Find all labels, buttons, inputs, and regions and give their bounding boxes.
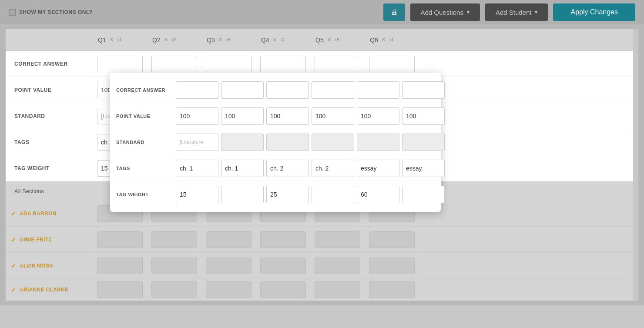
student-row-alvin: ✓ ALVIN MOSS (6, 253, 638, 279)
student-alvin-name[interactable]: ALVIN MOSS (20, 263, 53, 269)
ostd-q6[interactable] (402, 134, 445, 151)
arianne-q3[interactable] (206, 281, 252, 298)
close-icon-q4[interactable]: ✕ (273, 37, 277, 43)
alvin-q2[interactable] (151, 258, 197, 274)
refresh-icon-q6[interactable]: ↺ (389, 37, 394, 43)
scrollbar[interactable] (633, 29, 638, 301)
student-arianne-name[interactable]: ARIANNE CLARKE (20, 287, 68, 293)
arianne-q5[interactable] (315, 281, 360, 298)
aimie-q4[interactable] (260, 231, 306, 248)
refresh-icon-q1[interactable]: ↺ (117, 37, 122, 43)
arianne-q6[interactable] (369, 281, 415, 298)
overlay-standard-cells (173, 134, 447, 151)
otw-q4[interactable] (312, 186, 354, 203)
otag-q4[interactable] (312, 160, 354, 177)
otw-q5[interactable] (357, 186, 399, 203)
aimie-q5[interactable] (315, 231, 360, 248)
print-button[interactable]: 🖨 (383, 3, 405, 21)
otag-q3[interactable] (266, 160, 309, 177)
ostd-q5[interactable] (357, 134, 399, 151)
oca-q2[interactable] (221, 81, 264, 99)
opv-q1[interactable] (176, 107, 218, 125)
col-header-q5: Q5 ✕ ↺ (310, 37, 365, 44)
check-icon-ada: ✓ (11, 210, 16, 217)
oca-q6[interactable] (402, 81, 445, 99)
opv-q4[interactable] (312, 107, 354, 125)
student-ada-name[interactable]: ADA BARRON (20, 211, 57, 217)
arianne-q4[interactable] (260, 281, 306, 298)
oca-q4[interactable] (312, 81, 354, 99)
overlay-standard-row: STANDARD (110, 129, 441, 155)
apply-changes-button[interactable]: Apply Changes (553, 3, 635, 21)
refresh-icon-q5[interactable]: ↺ (335, 37, 339, 43)
otw-q6[interactable] (402, 186, 445, 203)
aimie-q1[interactable] (97, 231, 143, 248)
ca-q2-bg[interactable] (151, 56, 197, 72)
otag-q2[interactable] (221, 160, 264, 177)
close-icon-q1[interactable]: ✕ (110, 37, 114, 43)
alvin-q4[interactable] (260, 258, 306, 274)
ca-q3-bg[interactable] (206, 56, 252, 72)
ca-q4-bg[interactable] (260, 56, 306, 72)
opv-q3[interactable] (266, 107, 309, 125)
alvin-q1[interactable] (97, 258, 143, 274)
opv-q6[interactable] (402, 107, 445, 125)
refresh-icon-q4[interactable]: ↺ (280, 37, 285, 43)
refresh-icon-q2[interactable]: ↺ (171, 37, 176, 43)
opv-q5[interactable] (357, 107, 399, 125)
alvin-q6[interactable] (369, 258, 415, 274)
add-student-label: Add Student (496, 9, 532, 16)
col-label-q3: Q3 (207, 37, 215, 44)
alvin-q5[interactable] (315, 258, 360, 274)
opv-q2[interactable] (221, 107, 264, 125)
ostd-q4[interactable] (312, 134, 354, 151)
ca-q5-bg[interactable] (315, 56, 360, 72)
ostd-q3[interactable] (266, 134, 309, 151)
close-icon-q5[interactable]: ✕ (327, 37, 331, 43)
table-wrapper: Q1 ✕ ↺ Q2 ✕ ↺ Q3 ✕ ↺ Q4 ✕ ↺ Q5 ✕ (5, 29, 639, 301)
ca-q6-bg[interactable] (369, 56, 415, 72)
close-icon-q2[interactable]: ✕ (164, 37, 168, 43)
aimie-q6[interactable] (369, 231, 415, 248)
show-sections-checkbox[interactable] (9, 9, 16, 16)
point-value-label-bg: POINT VALUE (6, 87, 93, 93)
add-student-button[interactable]: Add Student ▾ (485, 3, 548, 21)
student-aimie-name[interactable]: AIMIE FRITZ (20, 237, 52, 243)
overlay-correct-answer-cells (173, 81, 447, 99)
col-label-q4: Q4 (261, 37, 269, 44)
add-questions-button[interactable]: Add Questions ▾ (410, 3, 480, 21)
close-icon-q3[interactable]: ✕ (218, 37, 222, 43)
otw-q2[interactable] (221, 186, 264, 203)
oca-q5[interactable] (357, 81, 399, 99)
ca-q1-bg[interactable] (97, 56, 143, 72)
correct-answer-label-bg: CORRECT ANSWER (6, 61, 93, 67)
col-label-q1: Q1 (98, 37, 106, 44)
arianne-q1[interactable] (97, 281, 143, 298)
check-icon-arianne: ✓ (11, 286, 16, 293)
oca-q1[interactable] (176, 81, 218, 99)
alvin-q3[interactable] (206, 258, 252, 274)
arianne-q2[interactable] (151, 281, 197, 298)
otw-q3[interactable] (266, 186, 309, 203)
overlay-point-value-cells (173, 107, 447, 125)
refresh-icon-q3[interactable]: ↺ (226, 37, 231, 43)
aimie-q2[interactable] (151, 231, 197, 248)
close-icon-q6[interactable]: ✕ (382, 37, 386, 43)
aimie-q3[interactable] (206, 231, 252, 248)
overlay-tags-cells (173, 160, 447, 177)
student-ada-name-col: ✓ ADA BARRON (6, 210, 93, 217)
student-alvin-name-col: ✓ ALVIN MOSS (6, 262, 93, 269)
overlay-tag-weight-row: TAG WEIGHT (110, 181, 441, 208)
ostd-q1[interactable] (176, 134, 218, 151)
tags-label-bg: TAGS (6, 139, 93, 145)
main-area: Q1 ✕ ↺ Q2 ✕ ↺ Q3 ✕ ↺ Q4 ✕ ↺ Q5 ✕ (0, 24, 644, 305)
otag-q6[interactable] (402, 160, 445, 177)
otag-q1[interactable] (176, 160, 218, 177)
toolbar: SHOW MY SECTIONS ONLY 🖨 Add Questions ▾ … (0, 0, 644, 24)
oca-q3[interactable] (266, 81, 309, 99)
ostd-q2[interactable] (221, 134, 264, 151)
student-arianne-name-col: ✓ ARIANNE CLARKE (6, 286, 93, 293)
otag-q5[interactable] (357, 160, 399, 177)
student-alvin-cells (93, 258, 419, 274)
otw-q1[interactable] (176, 186, 218, 203)
